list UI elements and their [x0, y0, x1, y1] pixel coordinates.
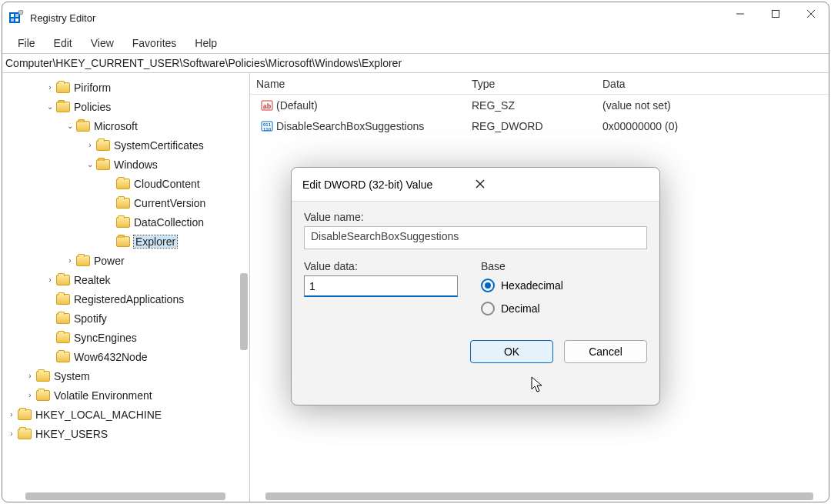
cursor-icon: [531, 376, 546, 395]
tree-horizontal-scrollbar[interactable]: [25, 492, 225, 500]
chevron-right-icon[interactable]: ›: [44, 275, 56, 284]
regedit-icon: [8, 10, 24, 25]
close-button[interactable]: [793, 2, 829, 25]
window-controls: [723, 2, 829, 33]
tree-item[interactable]: Windows: [114, 159, 158, 171]
tree-item[interactable]: Realtek: [74, 274, 110, 286]
chevron-right-icon[interactable]: ›: [24, 372, 36, 380]
menu-help[interactable]: Help: [187, 35, 225, 51]
close-icon[interactable]: [472, 175, 649, 194]
folder-icon: [56, 352, 70, 362]
value-data: 0x00000000 (0): [596, 120, 829, 132]
cancel-button[interactable]: Cancel: [564, 340, 647, 363]
menu-edit[interactable]: Edit: [46, 35, 80, 51]
tree-item[interactable]: SystemCertificates: [114, 139, 204, 152]
list-header: Name Type Data: [250, 73, 829, 95]
tree-item[interactable]: Volatile Environment: [54, 389, 152, 402]
folder-icon: [96, 140, 110, 151]
address-bar[interactable]: Computer\HKEY_CURRENT_USER\Software\Poli…: [2, 53, 829, 73]
folder-icon: [36, 371, 50, 382]
dword-value-icon: 011110: [261, 120, 273, 132]
column-data[interactable]: Data: [596, 73, 829, 94]
chevron-down-icon[interactable]: ⌄: [84, 160, 96, 169]
list-horizontal-scrollbar[interactable]: [265, 492, 813, 500]
list-row[interactable]: ab(Default) REG_SZ (value not set): [250, 95, 829, 115]
chevron-down-icon[interactable]: ⌄: [64, 122, 76, 130]
value-name: DisableSearchBoxSuggestions: [276, 120, 424, 132]
column-type[interactable]: Type: [466, 73, 596, 94]
value-data-label: Value data:: [304, 260, 458, 272]
radio-hexadecimal[interactable]: Hexadecimal: [481, 275, 647, 295]
dialog-title: Edit DWORD (32-bit) Value: [302, 179, 472, 191]
menu-view[interactable]: View: [83, 35, 122, 51]
folder-open-icon: [56, 102, 70, 112]
svg-text:ab: ab: [263, 102, 272, 110]
folder-icon: [116, 179, 130, 189]
tree-item[interactable]: SyncEngines: [74, 332, 137, 344]
main-window: Registry Editor File Edit View Favorites…: [2, 2, 829, 502]
tree-item[interactable]: DataCollection: [134, 216, 204, 229]
tree-item[interactable]: HKEY_USERS: [35, 428, 108, 440]
menubar: File Edit View Favorites Help: [2, 33, 829, 53]
chevron-right-icon[interactable]: ›: [84, 141, 96, 149]
folder-icon: [56, 332, 70, 343]
folder-open-icon: [116, 236, 130, 247]
column-name[interactable]: Name: [250, 73, 466, 94]
value-data-input[interactable]: [304, 275, 458, 297]
chevron-right-icon[interactable]: ›: [44, 83, 56, 92]
folder-icon: [56, 313, 70, 324]
tree-item[interactable]: System: [54, 370, 90, 382]
minimize-button[interactable]: [723, 2, 758, 25]
chevron-right-icon[interactable]: ›: [64, 256, 76, 265]
chevron-right-icon[interactable]: ›: [5, 429, 18, 438]
tree-item[interactable]: HKEY_LOCAL_MACHINE: [35, 409, 162, 421]
folder-icon: [76, 255, 90, 266]
tree-item[interactable]: Wow6432Node: [74, 351, 147, 363]
tree-item[interactable]: CloudContent: [134, 178, 200, 190]
menu-file[interactable]: File: [10, 35, 43, 51]
folder-icon: [56, 294, 70, 305]
ok-button[interactable]: OK: [470, 340, 553, 363]
chevron-right-icon[interactable]: ›: [24, 391, 36, 399]
radio-icon: [481, 279, 495, 292]
tree-item[interactable]: Power: [94, 255, 125, 267]
radio-decimal[interactable]: Decimal: [481, 299, 647, 319]
list-row[interactable]: 011110DisableSearchBoxSuggestions REG_DW…: [250, 115, 829, 136]
value-name: (Default): [276, 99, 318, 112]
dialog-titlebar: Edit DWORD (32-bit) Value: [292, 168, 659, 202]
tree-item[interactable]: Microsoft: [94, 120, 138, 132]
radio-label: Decimal: [501, 302, 540, 315]
chevron-right-icon[interactable]: ›: [5, 410, 18, 419]
value-name-label: Value name:: [304, 211, 647, 223]
tree-item[interactable]: RegisteredApplications: [74, 293, 184, 305]
tree-item[interactable]: Piriform: [74, 82, 111, 94]
value-data: (value not set): [596, 99, 829, 112]
tree-item-selected[interactable]: Explorer: [134, 235, 177, 248]
value-name-field[interactable]: DisableSearchBoxSuggestions: [304, 226, 647, 249]
menu-favorites[interactable]: Favorites: [125, 35, 185, 51]
folder-icon: [56, 275, 70, 285]
svg-rect-4: [15, 18, 18, 22]
folder-open-icon: [96, 159, 110, 170]
chevron-down-icon[interactable]: ⌄: [44, 102, 56, 111]
tree-item[interactable]: CurrentVersion: [134, 197, 205, 209]
tree-pane: ›Piriform ⌄Policies ⌄Microsoft ›SystemCe…: [2, 73, 250, 502]
tree-vertical-scrollbar[interactable]: [240, 273, 248, 350]
svg-rect-2: [15, 14, 18, 17]
folder-open-icon: [76, 121, 90, 132]
registry-tree[interactable]: ›Piriform ⌄Policies ⌄Microsoft ›SystemCe…: [2, 73, 249, 443]
folder-icon: [116, 217, 130, 228]
folder-icon: [116, 198, 130, 209]
dialog-body: Value name: DisableSearchBoxSuggestions …: [292, 202, 659, 375]
radio-icon: [481, 302, 495, 315]
folder-icon: [36, 390, 50, 401]
tree-item[interactable]: Spotify: [74, 312, 107, 325]
folder-icon: [18, 429, 32, 439]
value-type: REG_DWORD: [466, 120, 596, 132]
base-label: Base: [481, 260, 647, 272]
svg-point-5: [18, 10, 23, 15]
titlebar: Registry Editor: [2, 2, 829, 33]
string-value-icon: ab: [261, 99, 273, 112]
tree-item[interactable]: Policies: [74, 101, 111, 113]
maximize-button[interactable]: [758, 2, 793, 25]
